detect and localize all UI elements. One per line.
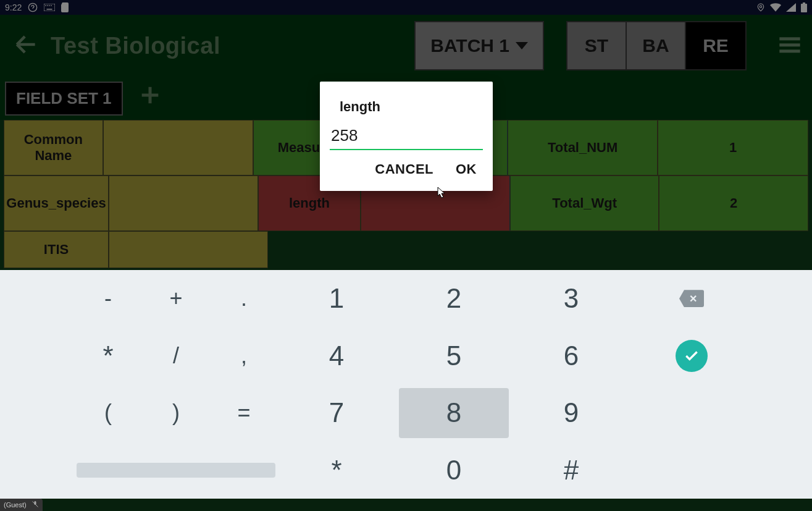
key-plus[interactable]: + bbox=[142, 270, 210, 327]
key-asterisk[interactable]: * bbox=[74, 327, 142, 385]
guest-label: (Guest) bbox=[4, 501, 27, 509]
key-comma[interactable]: , bbox=[210, 327, 278, 385]
key-backspace[interactable]: ✕ bbox=[630, 270, 753, 327]
key-hash[interactable]: # bbox=[513, 442, 630, 499]
key-4[interactable]: 4 bbox=[278, 327, 395, 385]
key-lparen[interactable]: ( bbox=[74, 384, 142, 442]
key-5[interactable]: 5 bbox=[395, 327, 513, 385]
key-star[interactable]: * bbox=[278, 442, 395, 499]
guest-bar: (Guest) bbox=[0, 499, 43, 511]
input-dialog: length CANCEL OK bbox=[320, 82, 493, 191]
cancel-button[interactable]: CANCEL bbox=[375, 161, 433, 177]
key-minus[interactable]: - bbox=[74, 270, 142, 327]
key-3[interactable]: 3 bbox=[513, 270, 630, 327]
key-space[interactable] bbox=[74, 442, 278, 499]
key-7[interactable]: 7 bbox=[278, 384, 395, 442]
numeric-keyboard: - + . 1 2 3 ✕ * / , 4 5 6 ( ) = 7 8 bbox=[0, 270, 812, 499]
key-dot[interactable]: . bbox=[210, 270, 278, 327]
key-empty bbox=[630, 384, 753, 442]
cursor-icon bbox=[437, 187, 446, 199]
spacebar-icon bbox=[77, 463, 275, 478]
key-0[interactable]: 0 bbox=[395, 442, 513, 499]
key-2[interactable]: 2 bbox=[395, 270, 513, 327]
ok-button[interactable]: OK bbox=[456, 161, 477, 177]
backspace-icon: ✕ bbox=[679, 290, 704, 307]
mic-off-icon bbox=[31, 500, 39, 509]
key-8[interactable]: 8 bbox=[399, 388, 509, 438]
key-enter[interactable] bbox=[630, 327, 753, 385]
key-rparen[interactable]: ) bbox=[142, 384, 210, 442]
check-icon bbox=[676, 340, 708, 372]
key-equals[interactable]: = bbox=[210, 384, 278, 442]
key-6[interactable]: 6 bbox=[513, 327, 630, 385]
key-empty bbox=[630, 442, 753, 499]
length-input[interactable] bbox=[330, 124, 483, 150]
dialog-title: length bbox=[340, 99, 483, 115]
key-slash[interactable]: / bbox=[142, 327, 210, 385]
key-9[interactable]: 9 bbox=[513, 384, 630, 442]
key-1[interactable]: 1 bbox=[278, 270, 395, 327]
